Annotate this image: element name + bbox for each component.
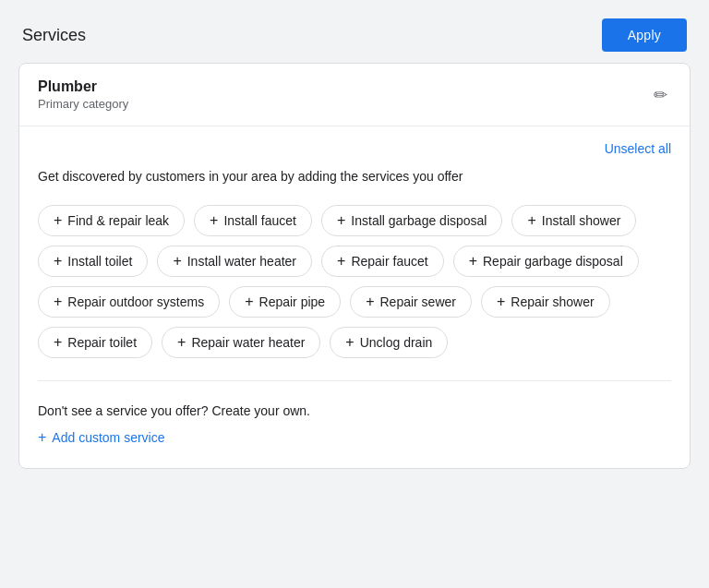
service-chip-label: Install toilet xyxy=(67,254,132,269)
category-label: Primary category xyxy=(38,97,128,111)
unselect-all-link[interactable]: Unselect all xyxy=(605,141,671,156)
service-chip-unclog-drain[interactable]: +Unclog drain xyxy=(330,327,448,358)
service-chip-label: Repair shower xyxy=(511,294,594,309)
category-name: Plumber xyxy=(38,78,128,95)
plus-icon: + xyxy=(54,335,62,350)
category-header: Plumber Primary category ✏ xyxy=(19,64,690,126)
category-info: Plumber Primary category xyxy=(38,78,128,111)
service-chip-install-faucet[interactable]: +Install faucet xyxy=(194,205,312,236)
description-text: Get discovered by customers in your area… xyxy=(38,167,671,186)
service-chip-label: Repair outdoor systems xyxy=(67,294,204,309)
service-chip-label: Repair water heater xyxy=(191,335,305,350)
service-chip-label: Repair toilet xyxy=(67,335,137,350)
service-chip-repair-toilet[interactable]: +Repair toilet xyxy=(38,327,152,358)
plus-icon: + xyxy=(345,335,354,350)
service-chip-label: Repair faucet xyxy=(351,254,427,269)
service-chip-repair-water-heater[interactable]: +Repair water heater xyxy=(162,327,320,358)
service-chip-label: Repair garbage disposal xyxy=(483,254,623,269)
service-chip-repair-garbage-disposal[interactable]: +Repair garbage disposal xyxy=(453,246,639,277)
service-chip-label: Unclog drain xyxy=(360,335,433,350)
plus-icon: + xyxy=(527,213,535,228)
card-body: Unselect all Get discovered by customers… xyxy=(19,126,690,468)
service-chip-label: Install garbage disposal xyxy=(351,213,487,228)
service-chip-label: Install shower xyxy=(542,213,621,228)
service-chip-install-toilet[interactable]: +Install toilet xyxy=(38,246,148,277)
unselect-all-row: Unselect all xyxy=(38,141,671,156)
plus-icon: + xyxy=(177,335,186,350)
plus-icon: + xyxy=(337,213,345,228)
service-chip-repair-outdoor-systems[interactable]: +Repair outdoor systems xyxy=(38,286,220,318)
custom-service-prompt: Don't see a service you offer? Create yo… xyxy=(38,403,671,418)
page-container: Services Apply Plumber Primary category … xyxy=(18,18,691,469)
plus-icon: + xyxy=(245,294,253,309)
apply-button[interactable]: Apply xyxy=(602,18,687,52)
plus-icon: + xyxy=(469,254,477,269)
page-title: Services xyxy=(22,26,86,45)
plus-icon: + xyxy=(366,294,374,309)
add-custom-service-link[interactable]: + Add custom service xyxy=(38,429,671,446)
service-chip-repair-pipe[interactable]: +Repair pipe xyxy=(229,286,341,318)
add-custom-service-label: Add custom service xyxy=(52,430,164,445)
plus-icon: + xyxy=(54,213,62,228)
services-grid: +Find & repair leak+Install faucet+Insta… xyxy=(38,205,671,358)
plus-icon: + xyxy=(337,254,345,269)
plus-icon: + xyxy=(210,213,218,228)
edit-icon[interactable]: ✏ xyxy=(650,81,671,109)
divider xyxy=(38,380,671,381)
add-custom-plus-icon: + xyxy=(38,429,46,446)
page-header: Services Apply xyxy=(18,18,691,52)
services-card: Plumber Primary category ✏ Unselect all … xyxy=(18,63,691,469)
service-chip-install-shower[interactable]: +Install shower xyxy=(511,205,636,236)
service-chip-label: Install water heater xyxy=(187,254,296,269)
service-chip-install-garbage-disposal[interactable]: +Install garbage disposal xyxy=(321,205,502,236)
service-chip-label: Install faucet xyxy=(223,213,296,228)
service-chip-repair-sewer[interactable]: +Repair sewer xyxy=(350,286,472,318)
service-chip-repair-shower[interactable]: +Repair shower xyxy=(481,286,610,318)
plus-icon: + xyxy=(54,254,62,269)
service-chip-install-water-heater[interactable]: +Install water heater xyxy=(157,246,312,277)
service-chip-repair-faucet[interactable]: +Repair faucet xyxy=(321,246,444,277)
service-chip-find-repair-leak[interactable]: +Find & repair leak xyxy=(38,205,185,236)
plus-icon: + xyxy=(54,294,62,309)
service-chip-label: Repair pipe xyxy=(259,294,326,309)
custom-service-section: Don't see a service you offer? Create yo… xyxy=(38,400,671,446)
service-chip-label: Repair sewer xyxy=(379,294,455,309)
plus-icon: + xyxy=(497,294,505,309)
service-chip-label: Find & repair leak xyxy=(67,213,169,228)
plus-icon: + xyxy=(173,254,181,269)
